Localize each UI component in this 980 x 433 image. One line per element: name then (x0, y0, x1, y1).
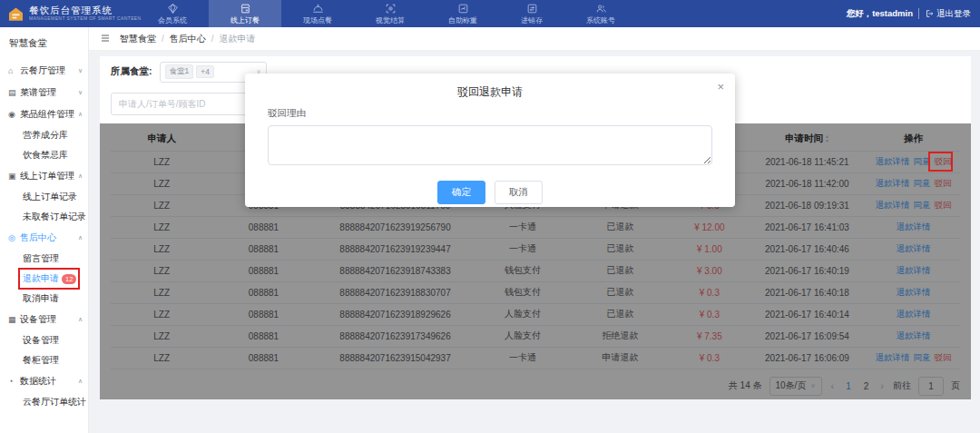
diamond-icon (167, 3, 179, 15)
sidebar-item-device-mgmt[interactable]: ▦ 设备管理 ∧ (0, 309, 88, 330)
logout-button[interactable]: 退出登录 (925, 8, 971, 20)
nav-system-accounts[interactable]: 系统账号 (564, 0, 637, 27)
nav-inventory[interactable]: 进销存 (499, 0, 564, 27)
nav-visual-checkout[interactable]: 视觉结算 (354, 0, 426, 27)
reject-reason-textarea[interactable] (268, 125, 712, 165)
canteen-filter-label: 所属食堂: (111, 65, 152, 78)
app-logo: 餐饮后台管理系统 MANAGEMENT SYSTEM OF SMART CANT… (0, 0, 136, 27)
sidebar-item-cloud-restaurant[interactable]: ⌂ 云餐厅管理 ∨ (0, 60, 88, 82)
user-greeting: 您好，testadmin (847, 8, 913, 20)
top-header: 餐饮后台管理系统 MANAGEMENT SYSTEM OF SMART CANT… (0, 0, 980, 27)
breadcrumb-current: 退款申请 (220, 33, 256, 45)
sidebar-item-aftersales-center[interactable]: ◎ 售后中心 ∧ (0, 227, 88, 249)
scale-icon (457, 3, 469, 15)
breadcrumb: 智慧食堂 / 售后中心 / 退款申请 (89, 27, 980, 51)
chevron-up-icon: ∧ (78, 111, 83, 118)
sidebar-item-cancel-requests[interactable]: 取消申请 (0, 289, 88, 309)
breadcrumb-separator: / (211, 34, 214, 44)
sidebar-item-unpicked-order-records[interactable]: 未取餐订单记录 (0, 207, 88, 227)
sidebar: 智慧食堂 ⌂ 云餐厅管理 ∨ ▤ 菜谱管理 ∨ ◉ 菜品组件管理 ∧ 营养成分库… (0, 27, 89, 433)
users-icon (595, 3, 607, 15)
breadcrumb-separator: / (162, 34, 164, 44)
confirm-button[interactable]: 确定 (437, 181, 485, 204)
canteen-tag: 食堂1 (165, 64, 194, 79)
sidebar-item-recipe-mgmt[interactable]: ▤ 菜谱管理 ∨ (0, 82, 88, 103)
modal-title: 驳回退款申请 (457, 85, 523, 98)
logout-icon (925, 9, 934, 18)
sidebar-item-cloud-order-stats[interactable]: 云餐厅订单统计 (0, 392, 88, 412)
chevron-down-icon: ∨ (78, 89, 83, 96)
components-icon: ◉ (8, 110, 20, 119)
close-icon[interactable]: × (717, 81, 724, 93)
sidebar-item-message-mgmt[interactable]: 留言管理 (0, 249, 88, 269)
scan-icon (385, 3, 397, 15)
chevron-up-icon: ∧ (78, 378, 83, 385)
headset-icon: ◎ (8, 233, 20, 242)
sidebar-item-refund-requests[interactable]: 退款申请 12 (0, 269, 88, 289)
chevron-up-icon: ∧ (78, 172, 83, 180)
reject-refund-modal: 驳回退款申请 × 驳回理由 确定 取消 (245, 74, 735, 207)
chevron-up-icon: ∧ (78, 316, 83, 323)
sidebar-item-nutrition-library[interactable]: 营养成分库 (0, 125, 88, 145)
sidebar-item-online-order-records[interactable]: 线上订单记录 (0, 187, 88, 207)
sidebar-item-data-statistics[interactable]: ◔ 数据统计 ∧ (0, 370, 88, 392)
collapse-menu-icon[interactable] (100, 33, 111, 45)
nav-online-ordering[interactable]: 线上订餐 (209, 0, 281, 27)
inventory-icon (526, 3, 538, 15)
chevron-down-icon: ∨ (78, 67, 83, 74)
nav-self-weighing[interactable]: 自助称重 (426, 0, 499, 27)
orders-icon: ▣ (8, 172, 20, 181)
sidebar-item-cabinet-mgmt[interactable]: 餐柜管理 (0, 350, 88, 370)
menu-book-icon: ▤ (8, 88, 20, 97)
sidebar-item-online-order-mgmt[interactable]: ▣ 线上订单管理 ∧ (0, 165, 88, 187)
devices-icon: ▦ (8, 315, 20, 324)
sidebar-item-device-mgmt-sub[interactable]: 设备管理 (0, 330, 88, 350)
cancel-button[interactable]: 取消 (495, 181, 543, 204)
divider (918, 8, 919, 19)
app-root: 餐饮后台管理系统 MANAGEMENT SYSTEM OF SMART CANT… (0, 0, 980, 433)
home-icon: ⌂ (8, 66, 20, 75)
app-subtitle: MANAGEMENT SYSTEM OF SMART CANTEEN (29, 16, 142, 22)
breadcrumb-item[interactable]: 售后中心 (170, 33, 206, 45)
user-area: 您好，testadmin 退出登录 (838, 0, 980, 27)
top-nav: 会员系统 线上订餐 现场点餐 视觉结算 自助称重 进销存 (136, 0, 838, 27)
nav-onsite-ordering[interactable]: 现场点餐 (281, 0, 354, 27)
canteen-tag-more: +4 (196, 65, 214, 78)
dish-icon (312, 3, 324, 15)
nav-member-system[interactable]: 会员系统 (136, 0, 209, 27)
breadcrumb-item[interactable]: 智慧食堂 (120, 33, 156, 45)
refund-count-badge: 12 (62, 274, 76, 284)
reject-reason-label: 驳回理由 (268, 107, 712, 120)
sidebar-title: 智慧食堂 (0, 27, 88, 60)
store-icon (240, 3, 251, 15)
chevron-up-icon: ∧ (78, 234, 83, 241)
logo-icon (7, 5, 24, 23)
pie-chart-icon: ◔ (8, 377, 20, 386)
sidebar-item-dish-components[interactable]: ◉ 菜品组件管理 ∧ (0, 103, 88, 125)
sidebar-item-diet-taboo-library[interactable]: 饮食禁忌库 (0, 145, 88, 165)
